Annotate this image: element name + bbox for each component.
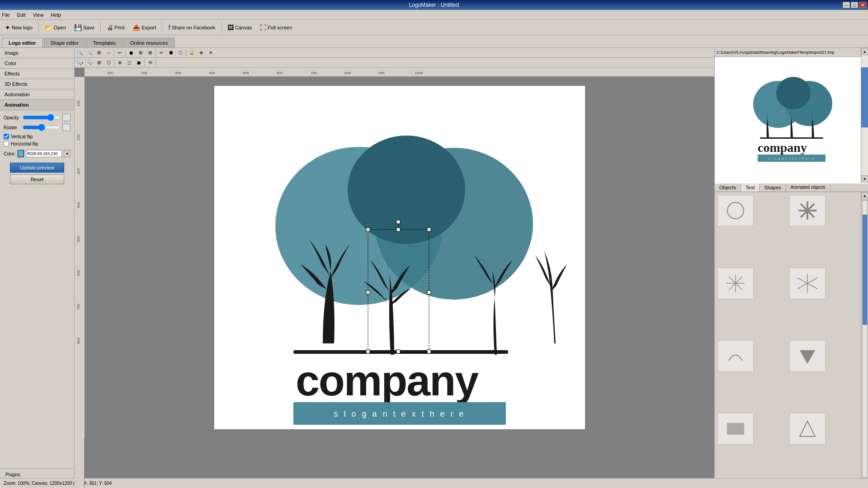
snap-button[interactable]: ⬡ [104,59,113,67]
front-button[interactable]: ◻ [125,59,134,67]
copy-button[interactable]: ⬢ [166,49,175,57]
select-tool-button[interactable]: ↔ [104,49,113,57]
triangle-down-icon [796,345,819,367]
zoom2-button[interactable]: 🔍+ [75,59,85,67]
paste-button[interactable]: ⬡ [176,49,185,57]
toolbar-separator-2 [100,22,101,33]
circle-outline-icon [724,199,747,222]
section-automation-button[interactable]: Automation [0,89,74,100]
tab-objects[interactable]: Objects [715,183,741,192]
svg-rect-27 [396,228,400,231]
delete-button[interactable]: ✕ [206,49,215,57]
preview-scroll-track[interactable] [861,55,868,175]
section-color-button[interactable]: Color [0,58,74,69]
vertical-flip-checkbox[interactable] [4,134,9,139]
zoom-in-button[interactable]: 🔍 [75,49,85,57]
canvas-toolbar-row1: 🔍 🔍 ⊞ ↔ ↩ ◼ ⊞ ⊞ ✂ ⬢ ⬡ 🔒 ⊕ ✕ [75,48,714,58]
export-button[interactable]: 📤 Export [129,23,159,33]
save-button[interactable]: 💾 Save [71,23,98,33]
open-button[interactable]: 📂 Open [42,23,69,33]
preview-scroll-down[interactable]: ▼ [861,175,868,183]
rotate2-button[interactable]: ⟲ [146,59,155,67]
color-value-input[interactable] [26,150,62,157]
align-right-button[interactable]: ⊞ [146,49,155,57]
zoom2out-button[interactable]: 🔍- [85,59,94,67]
menu-view[interactable]: View [33,12,44,18]
section-animation-button[interactable]: Animation [0,100,74,110]
menu-help[interactable]: Help [51,12,61,18]
shape-asterisk-star[interactable] [789,267,826,299]
triangle-outline-icon [796,418,819,440]
canvas-paper[interactable]: company s l o g a n t e x t h e r e [214,86,585,429]
shape-rectangle-gray[interactable] [717,413,754,445]
horizontal-flip-row: Horizontal flip [4,141,71,146]
lock-button[interactable]: 🔒 [187,49,196,57]
shapes-scroll-track[interactable] [862,200,868,478]
align-left-button[interactable]: ◼ [127,49,136,57]
tab-text[interactable]: Text [741,183,760,192]
minimize-button[interactable]: ─ [843,2,850,8]
align-center-button[interactable]: ⊞ [136,49,145,57]
group-button[interactable]: ⊕ [197,49,206,57]
tab-animated-objects[interactable]: Animated objects [786,183,830,192]
color-dropdown-button[interactable]: ▼ [64,150,71,157]
shapes-vertical-scrollbar: ▲ ▼ [861,192,868,486]
shape-circle-outline[interactable] [717,195,754,226]
horizontal-flip-checkbox[interactable] [4,141,9,146]
preview-scroll-up[interactable]: ▲ [861,48,868,55]
arrange-button[interactable]: ⊕ [115,59,124,67]
fullscreen-button[interactable]: ⛶ Full screen [257,23,295,33]
new-logo-button[interactable]: ✦ New logo [2,23,36,33]
canvas-area[interactable]: 🔍 🔍 ⊞ ↔ ↩ ◼ ⊞ ⊞ ✂ ⬢ ⬡ 🔒 ⊕ ✕ 🔍+ 🔍- ⊞ ⬡ [75,48,714,488]
asterisk-bold-icon [796,199,819,222]
print-button[interactable]: 🖨 Print [104,23,128,33]
tab-online-resources[interactable]: Online resources [123,38,175,47]
color-swatch[interactable] [18,150,24,157]
menu-file[interactable]: File [2,12,10,18]
close-button[interactable]: ✕ [859,2,866,8]
reset-button[interactable]: Reset [10,174,64,184]
svg-rect-32 [396,350,400,353]
cut-button[interactable]: ✂ [157,49,166,57]
shape-asterisk-thin[interactable] [717,267,754,299]
grid-button[interactable]: ⊞ [94,59,104,67]
shape-asterisk-bold[interactable] [789,195,826,226]
svg-text:700: 700 [76,304,80,310]
shape-triangle-down[interactable] [789,340,826,372]
maximize-button[interactable]: □ [851,2,858,8]
back-button[interactable]: ◼ [134,59,143,67]
svg-point-23 [348,136,465,244]
tab-templates[interactable]: Templates [86,38,123,47]
svg-text:500: 500 [76,236,80,242]
plugins-item[interactable]: Plugins [4,471,71,479]
section-3deffects-button[interactable]: 3D Effects [0,79,74,89]
facebook-button[interactable]: f Share on Facebook [165,23,218,33]
logo-svg: company s l o g a n t e x t h e r e [214,86,585,429]
color-row: Color: ▼ [4,150,71,157]
svg-text:600: 600 [277,71,283,75]
menu-bar: File Edit View Help [0,10,868,20]
fit-page-button[interactable]: ⊞ [94,49,104,57]
shape-triangle-outline[interactable] [789,413,826,445]
tab-logo-editor[interactable]: Logo editor [2,38,43,47]
zoom-out-button[interactable]: 🔍 [85,49,94,57]
shape-arc[interactable] [717,340,754,372]
canvas-scroll-area[interactable]: company s l o g a n t e x t h e r e [85,77,714,488]
undo-button[interactable]: ↩ [115,49,124,57]
opacity-value-box [62,114,71,121]
update-preview-button[interactable]: Update preview [10,163,64,173]
shapes-scroll-up-button[interactable]: ▲ [861,192,868,199]
section-effects-button[interactable]: Effects [0,69,74,79]
canvas-button[interactable]: 🖼 Canvas [224,23,255,33]
tab-shapes[interactable]: Shapes [760,183,786,192]
svg-marker-60 [800,350,815,364]
tab-shape-editor[interactable]: Shape editor [44,38,85,47]
section-image-button[interactable]: Image [0,48,74,58]
animation-panel-content: Opacity Rotate Vertical flip Horizontal … [0,110,74,469]
opacity-label: Opacity [4,115,21,120]
opacity-slider[interactable] [23,115,61,120]
menu-edit[interactable]: Edit [17,12,26,18]
rotate-slider[interactable] [23,125,61,130]
app-title: LogoMaker : Untitled [409,2,459,8]
left-panel: Image Color Effects 3D Effects Automatio… [0,48,75,488]
